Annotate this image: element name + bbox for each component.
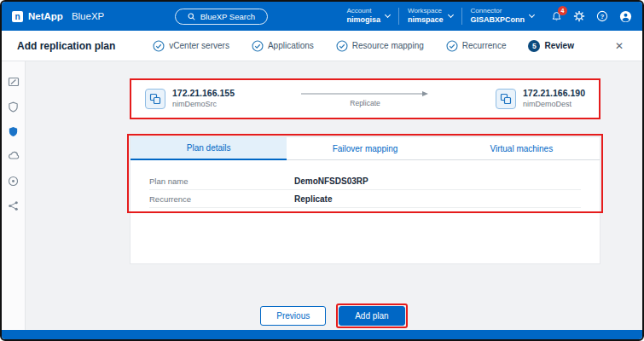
notification-count-badge: 4 [558, 6, 567, 15]
step-vcenter-servers[interactable]: vCenter servers [153, 40, 229, 52]
previous-button[interactable]: Previous [260, 306, 326, 326]
help-icon[interactable]: ? [595, 9, 609, 23]
workspace-dropdown[interactable]: Workspace nimspace [408, 7, 453, 25]
row-label: Plan name [149, 176, 294, 186]
target-host: 172.21.166.190 nimDemoDest [496, 88, 585, 109]
step-check-icon [252, 40, 264, 52]
vcenter-host-icon [145, 89, 165, 109]
replication-summary-card: 172.21.166.155 nimDemoSrc Replicate [130, 78, 600, 119]
search-label: BlueXP Search [200, 12, 255, 21]
settings-gear-icon[interactable] [572, 9, 586, 23]
vcenter-host-icon [496, 89, 516, 109]
header-icons: 4 ? [549, 9, 632, 23]
bluexp-search-button[interactable]: BlueXP Search [175, 9, 268, 25]
brand-netapp: NetApp [28, 11, 63, 21]
target-icon[interactable] [5, 172, 22, 189]
share-icon[interactable] [5, 197, 22, 214]
account-value: nimogisa [346, 15, 380, 25]
annotation-box-add-plan: Add plan [336, 303, 407, 328]
canvas-icon[interactable] [5, 73, 22, 90]
brand-bluexp: BlueXP [72, 11, 104, 21]
step-number-badge: 5 [528, 40, 540, 52]
source-name: nimDemoSrc [172, 100, 235, 110]
tab-plan-details[interactable]: Plan details [131, 137, 287, 160]
chevron-down-icon [447, 11, 453, 17]
row-value: Replicate [294, 194, 332, 204]
row-value: DemoNFSDS03RP [294, 176, 368, 186]
shield-icon[interactable] [5, 98, 22, 115]
left-nav-sidebar [2, 61, 26, 330]
notifications-bell-icon[interactable]: 4 [549, 9, 563, 23]
workspace-label: Workspace [408, 7, 444, 15]
wizard-actions: Previous Add plan [26, 303, 642, 328]
user-avatar-icon[interactable] [618, 9, 632, 23]
step-label: vCenter servers [169, 41, 229, 50]
table-row: Plan name DemoNFSDS03RP [149, 172, 581, 190]
review-tabs: Plan details Failover mapping Virtual ma… [131, 137, 600, 160]
connector-label: Connector [471, 7, 525, 15]
source-ip: 172.21.166.155 [172, 88, 235, 100]
target-ip: 172.21.166.190 [523, 88, 585, 100]
arrow-right-icon [301, 90, 429, 97]
review-panel: Plan details Failover mapping Virtual ma… [130, 136, 600, 264]
brand: n NetApp BlueXP [12, 11, 104, 22]
divider [461, 8, 462, 25]
step-applications[interactable]: Applications [252, 40, 314, 52]
step-check-icon [153, 40, 165, 52]
connector-value: GISABXPConn [471, 15, 525, 25]
step-label: Resource mapping [352, 41, 424, 50]
search-icon [188, 13, 195, 20]
plan-details-rows: Plan name DemoNFSDS03RP Recurrence Repli… [131, 172, 600, 208]
table-row: Recurrence Replicate [149, 190, 581, 208]
tab-virtual-machines[interactable]: Virtual machines [444, 137, 600, 160]
account-label: Account [346, 7, 380, 15]
step-label: Recurrence [462, 41, 507, 50]
row-label: Recurrence [149, 194, 294, 204]
chevron-down-icon [385, 11, 391, 17]
add-plan-button[interactable]: Add plan [339, 306, 404, 326]
close-icon[interactable]: ✕ [612, 38, 627, 54]
workspace-value: nimspace [408, 15, 444, 25]
footer-bar [2, 330, 642, 339]
step-check-icon [446, 40, 458, 52]
step-recurrence[interactable]: Recurrence [446, 40, 507, 52]
step-label: Applications [268, 41, 314, 50]
wizard-header: Add replication plan vCenter servers App… [2, 31, 642, 61]
cloud-restore-icon[interactable] [5, 147, 22, 165]
source-host: 172.21.166.155 nimDemoSrc [145, 88, 235, 109]
netapp-logo-icon: n [12, 11, 23, 22]
step-review[interactable]: 5 Review [528, 40, 573, 52]
target-name: nimDemoDest [523, 100, 585, 110]
step-label: Review [544, 41, 573, 50]
main-content: 172.21.166.155 nimDemoSrc Replicate [26, 61, 642, 330]
page-title: Add replication plan [17, 40, 115, 52]
svg-text:?: ? [600, 13, 605, 20]
connector-dropdown[interactable]: Connector GISABXPConn [471, 7, 535, 25]
step-check-icon [336, 40, 348, 52]
account-dropdown[interactable]: Account nimogisa [346, 7, 390, 25]
top-header: n NetApp BlueXP BlueXP Search Account ni… [2, 2, 642, 31]
tab-failover-mapping[interactable]: Failover mapping [287, 137, 443, 160]
bluexp-window: n NetApp BlueXP BlueXP Search Account ni… [0, 0, 644, 341]
protection-active-icon[interactable] [5, 123, 22, 140]
wizard-steps: vCenter servers Applications Resource ma… [153, 40, 574, 52]
chevron-down-icon [529, 11, 535, 17]
replicate-direction: Replicate [301, 90, 429, 107]
divider [398, 8, 399, 25]
arrow-label: Replicate [350, 99, 380, 107]
step-resource-mapping[interactable]: Resource mapping [336, 40, 424, 52]
